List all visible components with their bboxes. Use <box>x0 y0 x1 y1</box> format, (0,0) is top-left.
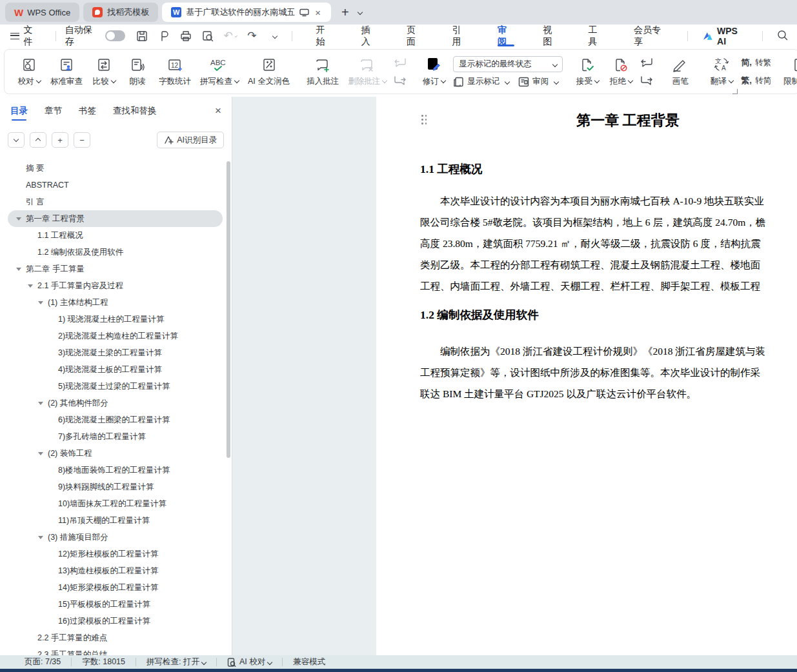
toc-item[interactable]: ABSTRACT <box>8 177 223 193</box>
close-tab-icon[interactable]: × <box>314 7 322 18</box>
print-preview-icon[interactable] <box>201 30 214 43</box>
file-menu-button[interactable]: 文件 <box>0 25 50 48</box>
simplified-to-traditional-button[interactable]: 简, 转繁 <box>741 57 771 68</box>
redo-icon[interactable]: ↷ <box>245 30 258 43</box>
tab-tools[interactable]: 工具 <box>574 25 620 47</box>
tab-membership[interactable]: 会员专享 <box>620 25 682 47</box>
ai-proofread-status[interactable]: AI 校对 <box>227 657 272 667</box>
toc-item[interactable]: 9)块料踢脚线的工程量计算 <box>8 479 223 495</box>
tab-review[interactable]: 审阅 <box>483 25 529 47</box>
page-indicator[interactable]: 页面: 7/35 <box>25 657 61 667</box>
toc-item[interactable]: 16)过梁模板的工程量计算 <box>8 613 223 629</box>
tab-view[interactable]: 视图 <box>529 25 574 47</box>
toc-item[interactable]: 7)多孔砖墙的工程量计算 <box>8 428 223 445</box>
sidebar-tab-contents[interactable]: 目录 <box>10 97 28 124</box>
toc-item[interactable]: 14)矩形梁模板的工程量计算 <box>8 579 223 596</box>
tab-page[interactable]: 页面 <box>392 25 438 47</box>
toc-item[interactable]: 3)现浇混凝土梁的工程量计算 <box>8 344 223 361</box>
toolbar-more-icon[interactable] <box>267 30 280 43</box>
collapse-arrow-icon[interactable] <box>16 217 21 221</box>
toc-previous-heading-button[interactable] <box>30 132 46 148</box>
ribbon-collapse-icon[interactable] <box>732 89 738 94</box>
tab-insert[interactable]: 插入 <box>347 25 392 47</box>
toc-item[interactable]: (1) 主体结构工程 <box>8 294 223 311</box>
document-page[interactable]: 第一章 工程背景 1.1 工程概况 本次毕业设计的设计内容为本项目为丽水南城七百… <box>376 97 797 655</box>
toc-collapse-button[interactable]: − <box>74 132 90 148</box>
tab-list-dropdown-icon[interactable] <box>357 10 362 15</box>
accept-changes-button[interactable]: 接受 <box>570 53 604 90</box>
tab-docer-templates[interactable]: 找稻壳模板 <box>83 3 158 22</box>
toc-item[interactable]: 5)现浇混凝土过梁的工程量计算 <box>8 378 223 395</box>
next-comment-icon[interactable] <box>392 74 408 87</box>
print-icon[interactable] <box>179 30 192 43</box>
next-change-icon[interactable] <box>639 74 654 87</box>
save-icon[interactable] <box>136 30 148 43</box>
collapse-arrow-icon[interactable] <box>16 268 21 271</box>
toc-item[interactable]: 10)墙面抹灰工程的工程量计算 <box>8 495 223 512</box>
toc-item[interactable]: 2.3 手工算量的总结 <box>8 646 223 655</box>
wps-ai-button[interactable]: WPS AI <box>693 26 757 46</box>
toc-item[interactable]: 15)平板模板的工程量计算 <box>8 596 223 613</box>
undo-icon[interactable]: ↶ <box>223 30 236 43</box>
sidebar-scrollbar[interactable] <box>227 161 230 458</box>
previous-change-icon[interactable] <box>639 56 654 69</box>
word-count-button[interactable]: 12 字数统计 <box>154 53 196 90</box>
delete-comment-button[interactable]: 删除批注 <box>343 53 391 90</box>
search-icon[interactable] <box>768 30 797 43</box>
toc-item[interactable]: 第一章 工程背景 <box>8 210 223 227</box>
toc-item[interactable]: (2) 其他构件部分 <box>8 395 223 411</box>
collapse-arrow-icon[interactable] <box>38 301 43 304</box>
tab-wps-home[interactable]: W WPS Office <box>5 3 79 22</box>
spell-check-status[interactable]: 拼写检查: 打开 <box>146 657 206 667</box>
previous-comment-icon[interactable] <box>392 56 408 69</box>
word-count-indicator[interactable]: 字数: 18015 <box>82 657 125 667</box>
toc-item[interactable]: 摘 要 <box>8 160 223 177</box>
compare-button[interactable]: 比较 <box>87 53 121 90</box>
collapse-arrow-icon[interactable] <box>38 536 43 539</box>
toc-item[interactable]: 1) 现浇混凝土柱的工程量计算 <box>8 311 223 328</box>
close-sidebar-icon[interactable]: × <box>215 104 221 117</box>
toc-item[interactable]: 2.1 手工算量内容及过程 <box>8 277 223 294</box>
toc-item[interactable]: 11)吊顶天棚的工程量计算 <box>8 512 223 529</box>
sidebar-tab-chapters[interactable]: 章节 <box>45 97 62 124</box>
toc-item[interactable]: 8)楼地面装饰工程的工程量计算 <box>8 462 223 479</box>
autosave-toggle[interactable] <box>105 30 125 41</box>
collapse-arrow-icon[interactable] <box>28 284 33 288</box>
standard-review-button[interactable]: 标准审查 <box>46 53 87 90</box>
toc-item[interactable]: 1.2 编制依据及使用软件 <box>8 244 223 261</box>
proofread-button[interactable]: 校对 <box>12 53 46 90</box>
screen-share-icon[interactable] <box>299 8 309 17</box>
review-pane-button[interactable]: 审阅 <box>518 76 558 87</box>
reject-changes-button[interactable]: 拒绝 <box>604 53 638 90</box>
toc-item[interactable]: (2) 装饰工程 <box>8 445 223 462</box>
markup-state-dropdown[interactable]: 显示标记的最终状态 <box>453 56 563 72</box>
toc-item[interactable]: 4)现浇混凝土板的工程量计算 <box>8 361 223 378</box>
restrict-editing-button[interactable]: 限制编辑 <box>779 53 797 90</box>
ai-recognize-toc-button[interactable]: AI识别目录 <box>157 132 224 148</box>
tab-reference[interactable]: 引用 <box>438 25 483 47</box>
toc-item[interactable]: 2)现浇混凝土构造柱的工程量计算 <box>8 328 223 344</box>
sidebar-tab-bookmarks[interactable]: 书签 <box>79 97 96 124</box>
ai-polish-button[interactable]: AI 全文润色 <box>243 53 294 90</box>
pen-button[interactable]: 画笔 <box>663 53 697 90</box>
toc-item[interactable]: 12)矩形柱模板的工程量计算 <box>8 546 223 562</box>
collapse-arrow-icon[interactable] <box>38 452 43 455</box>
toc-item[interactable]: 13)构造柱模板的工程量计算 <box>8 562 223 579</box>
toc-next-heading-button[interactable] <box>8 132 25 148</box>
translate-button[interactable]: 文A 翻译 <box>705 53 738 90</box>
sidebar-tab-find-replace[interactable]: 查找和替换 <box>113 97 157 124</box>
tab-document[interactable]: W 基于广联达软件的丽水南城五 × <box>162 3 331 22</box>
toc-item[interactable]: (3) 措施项目部分 <box>8 529 223 546</box>
toc-item[interactable]: 2.2 手工算量的难点 <box>8 629 223 646</box>
read-aloud-button[interactable]: 朗读 <box>121 53 154 90</box>
toc-item[interactable]: 1.1 工程概况 <box>8 227 223 244</box>
traditional-to-simplified-button[interactable]: 繁, 转简 <box>741 75 771 86</box>
show-markup-button[interactable]: 显示标记 <box>453 76 509 87</box>
toc-item[interactable]: 引 言 <box>8 193 223 210</box>
tab-home[interactable]: 开始 <box>301 25 347 47</box>
collapse-arrow-icon[interactable] <box>38 402 43 405</box>
toc-item[interactable]: 第二章 手工算量 <box>8 261 223 277</box>
new-tab-button[interactable]: + <box>335 5 356 20</box>
toc-expand-button[interactable]: + <box>52 132 68 148</box>
insert-comment-button[interactable]: 插入批注 <box>302 53 343 90</box>
